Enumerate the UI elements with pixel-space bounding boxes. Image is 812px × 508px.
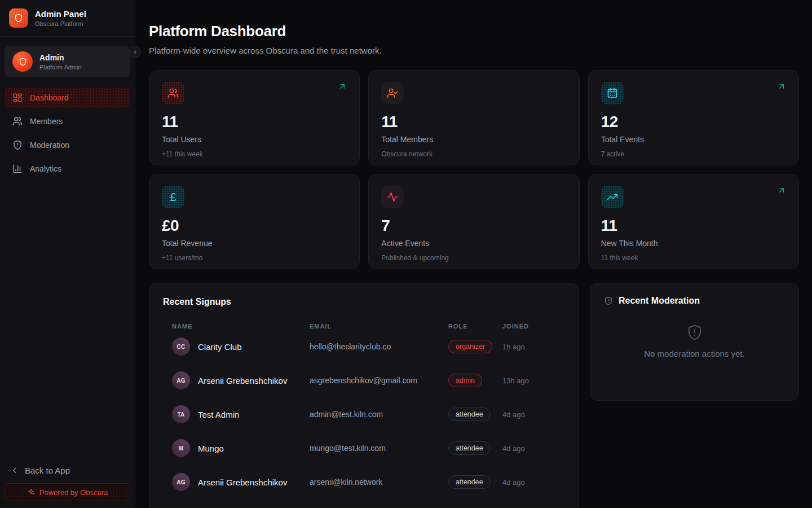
dashboard-icon [12,93,23,103]
table-row: M Mungo mungo@test.kiln.com attendee 4d … [163,431,564,465]
table-row: CC Clarity Club hello@theclarityclub.co … [163,330,564,364]
pound-icon: £ [170,191,176,203]
powered-by-obscura-button[interactable]: Powered by Obscura [5,483,130,501]
stat-card: 11 Total Members Obscura network [368,70,579,165]
sidebar-brand: Admin Panel Obscura Platform [0,0,135,37]
stat-label: Active Events [381,239,566,248]
back-to-app-label: Back to App [25,466,70,475]
stat-card[interactable]: 11 New This Month 11 this week [588,174,799,269]
arrow-up-right-icon[interactable] [338,82,347,91]
stat-card[interactable]: 11 Total Users +11 this week [149,70,360,165]
row-email: asgrebenshchikov@gmail.com [310,376,448,385]
arrow-up-right-icon[interactable] [777,186,786,195]
role-badge: attendee [448,441,491,455]
trending-up-icon [601,186,624,208]
row-joined: 13h ago [502,376,555,385]
chevron-left-icon [132,49,138,55]
calendar-icon [601,82,624,104]
row-joined: 4d ago [502,444,555,453]
stat-label: Total Revenue [162,239,347,248]
stat-value: 7 [381,217,566,235]
moderation-empty-text: No moderation actions yet. [644,349,744,358]
profile-name: Admin [39,53,82,62]
sidebar-item-dashboard[interactable]: Dashboard [5,87,130,108]
bottom-section: Recent Signups NAME EMAIL ROLE JOINED CC… [149,283,799,508]
arrow-up-right-icon[interactable] [777,82,786,91]
stat-label: Total Members [381,135,566,144]
brand-subtitle: Obscura Platform [35,20,86,27]
shield-icon [14,14,23,23]
chevron-left-icon [10,466,19,475]
table-header: NAME EMAIL ROLE JOINED [163,323,564,330]
sidebar-item-moderation[interactable]: Moderation [5,135,130,155]
bar-chart-icon [12,164,23,174]
activity-icon [381,186,404,208]
column-header-joined: JOINED [502,323,555,330]
users-icon [162,82,184,104]
table-body: CC Clarity Club hello@theclarityclub.co … [163,330,564,499]
stat-value: £0 [162,217,347,235]
sidebar-item-analytics[interactable]: Analytics [5,159,130,179]
profile-role: Platform Admin [39,64,82,71]
main-content: Platform Dashboard Platform-wide overvie… [135,0,812,508]
row-name: Clarity Club [198,342,242,352]
stat-label: New This Month [601,239,786,248]
avatar: AG [172,473,190,491]
row-name: Test Admin [198,410,239,419]
user-check-icon [381,82,404,104]
stat-sub: 7 active [601,150,786,158]
recent-signups-title: Recent Signups [163,297,564,307]
role-badge: attendee [448,408,491,421]
row-joined: 4d ago [502,478,555,487]
stat-sub: Obscura network [381,150,566,158]
back-to-app-button[interactable]: Back to App [5,461,130,483]
page-title: Platform Dashboard [149,23,799,40]
obscura-logo [9,8,28,28]
column-header-email: EMAIL [310,323,448,330]
row-email: admin@test.kiln.com [310,410,448,419]
row-name: Arsenii Grebenshchikov [198,478,287,487]
stat-sub: +11 users/mo [162,254,347,262]
stat-value: 12 [601,113,786,131]
stat-value: 11 [162,113,347,131]
stat-sub: 11 this week [601,254,786,262]
sidebar-collapse-button[interactable] [129,46,141,58]
row-email: arsenii@kiln.network [310,478,448,487]
row-email: mungo@test.kiln.com [310,444,448,453]
column-header-role: ROLE [448,323,502,330]
column-header-name: NAME [172,323,310,330]
shield-alert-icon [12,140,23,150]
users-icon [12,116,23,126]
powered-by-label: Powered by Obscura [39,488,108,497]
recent-moderation-title: Recent Moderation [619,296,700,306]
nav-label: Members [30,117,63,126]
stat-sub: +11 this week [162,150,347,158]
avatar: AG [172,371,190,389]
stat-card[interactable]: 12 Total Events 7 active [588,70,799,165]
stats-grid: 11 Total Users +11 this week 11 Total Me… [149,70,799,269]
shield-alert-icon [686,324,703,341]
shield-icon [19,58,27,66]
role-badge: organizer [448,340,492,353]
brand-title: Admin Panel [35,9,86,19]
stat-sub: Published & upcoming [381,254,566,262]
avatar: TA [172,405,190,423]
stat-value: 11 [381,113,566,131]
admin-profile-card: Admin Platform Admin [5,46,130,77]
stat-label: Total Events [601,135,786,144]
table-row: AG Arsenii Grebenshchikov arsenii@kiln.n… [163,465,564,499]
role-badge: attendee [448,475,491,489]
recent-moderation-panel: Recent Moderation No moderation actions … [590,283,799,401]
sparkles-icon [27,488,35,496]
stat-card: 7 Active Events Published & upcoming [368,174,579,269]
nav-label: Analytics [30,164,61,173]
row-name: Arsenii Grebenshchikov [198,376,287,386]
table-row: AG Arsenii Grebenshchikov asgrebenshchik… [163,364,564,397]
sidebar-footer: Back to App Powered by Obscura [0,454,135,508]
row-name: Mungo [198,444,224,453]
pound-icon: £ [162,186,184,208]
sidebar-item-members[interactable]: Members [5,111,130,132]
nav-label: Moderation [30,141,69,150]
table-row: TA Test Admin admin@test.kiln.com attend… [163,397,564,431]
nav-label: Dashboard [30,93,69,102]
